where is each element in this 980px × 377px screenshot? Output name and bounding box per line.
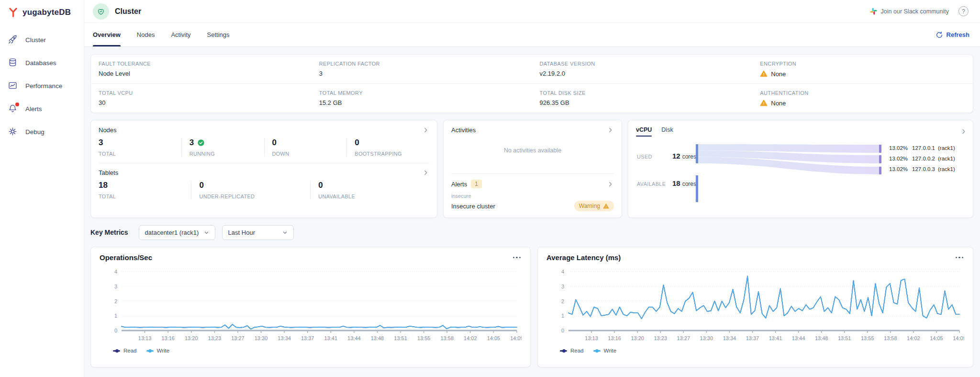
- tab-nodes[interactable]: Nodes: [137, 23, 155, 46]
- svg-text:13:48: 13:48: [371, 335, 384, 341]
- usage-card: vCPU Disk USED12cores AVAILABLE18cores: [628, 120, 973, 218]
- svg-text:13:48: 13:48: [815, 335, 828, 341]
- summary-label: TOTAL VCPU: [99, 90, 304, 96]
- summary-label: TOTAL DISK SIZE: [540, 90, 745, 96]
- sidebar-item-cluster[interactable]: Cluster: [0, 28, 84, 51]
- stat-nodes-running: 3 RUNNING: [181, 138, 264, 157]
- svg-text:14:09: 14:09: [510, 335, 522, 341]
- sidebar-item-label: Cluster: [25, 36, 46, 44]
- app-logo: yugabyteDB: [0, 0, 84, 24]
- chevron-right-icon[interactable]: [422, 169, 429, 176]
- activities-alerts-card: Activities No activities available Alert…: [443, 120, 622, 218]
- vcpu-usage-sankey-chart: [694, 141, 883, 206]
- svg-text:13:34: 13:34: [278, 335, 291, 341]
- time-range-select[interactable]: Last Hour: [222, 225, 294, 240]
- check-circle-icon: [197, 139, 205, 147]
- summary-label: TOTAL MEMORY: [319, 90, 524, 96]
- summary-value: None: [771, 70, 786, 78]
- svg-text:4: 4: [114, 269, 117, 274]
- help-icon[interactable]: ?: [958, 6, 969, 16]
- usage-node-row: 13.02%127.0.0.3(rack1): [889, 166, 955, 172]
- chart-title: Operations/Sec: [100, 253, 152, 262]
- nodes-tablets-card: Nodes 3 TOTAL 3: [90, 120, 437, 218]
- no-activities-message: No activities available: [451, 134, 614, 167]
- chart-title: Average Latency (ms): [546, 253, 621, 262]
- sidebar-item-debug[interactable]: Debug: [0, 120, 84, 143]
- tab-activity[interactable]: Activity: [171, 23, 190, 46]
- performance-icon: [8, 80, 18, 91]
- svg-text:13:41: 13:41: [324, 335, 338, 341]
- alert-row[interactable]: Insecure cluster Warning: [451, 201, 614, 211]
- svg-text:14:05: 14:05: [930, 335, 943, 341]
- svg-text:13:27: 13:27: [231, 335, 245, 341]
- sidebar-item-performance[interactable]: Performance: [0, 74, 84, 97]
- svg-text:14:02: 14:02: [907, 335, 920, 341]
- operations-chart-card: Operations/Sec 1234013:1313:1613:2013:23…: [90, 247, 531, 367]
- svg-text:3: 3: [114, 284, 117, 289]
- read-series-marker: [560, 350, 567, 352]
- summary-value: Node Level: [99, 70, 130, 77]
- sidebar-item-label: Performance: [25, 82, 62, 90]
- stat-nodes-bootstrapping: 0 BOOTSTRAPPING: [346, 138, 429, 157]
- chevron-right-icon[interactable]: [607, 181, 614, 188]
- sidebar-item-label: Alerts: [25, 105, 42, 113]
- chevron-right-icon[interactable]: [607, 126, 614, 134]
- svg-text:14:05: 14:05: [487, 335, 501, 341]
- summary-total-memory: TOTAL MEMORY 15.2 GB: [312, 84, 532, 113]
- svg-text:3: 3: [561, 284, 564, 289]
- sidebar: yugabyteDB Cluster: [0, 0, 84, 377]
- svg-text:13:20: 13:20: [631, 335, 644, 341]
- svg-text:2: 2: [561, 298, 564, 304]
- logo-text: yugabyteDB: [22, 8, 71, 17]
- warning-icon: [603, 203, 609, 209]
- cluster-summary-card: FAULT TOLERANCE Node Level REPLICATION F…: [90, 54, 973, 113]
- time-range-value: Last Hour: [228, 229, 255, 236]
- svg-text:13:23: 13:23: [208, 335, 222, 341]
- caret-down-icon: [203, 229, 210, 236]
- warning-icon: [760, 99, 768, 107]
- notification-dot: [15, 103, 19, 106]
- tab-disk[interactable]: Disk: [661, 126, 673, 137]
- svg-text:13:23: 13:23: [654, 335, 667, 341]
- svg-text:13:51: 13:51: [394, 335, 407, 341]
- chevron-right-icon[interactable]: [960, 128, 967, 135]
- alerts-panel-title: Alerts: [451, 181, 467, 188]
- slack-link-label: Join our Slack community: [881, 8, 949, 15]
- latency-line-chart: 1234013:1313:1613:2013:2313:2713:3013:34…: [546, 263, 964, 346]
- tab-vcpu[interactable]: vCPU: [636, 126, 652, 137]
- summary-value: v2.19.2.0: [540, 70, 566, 77]
- svg-text:13:30: 13:30: [700, 335, 713, 341]
- slack-community-link[interactable]: Join our Slack community: [870, 8, 949, 15]
- summary-value: 15.2 GB: [319, 99, 342, 106]
- alert-name: Insecure cluster: [451, 203, 495, 210]
- page-title: Cluster: [115, 7, 141, 16]
- refresh-label: Refresh: [947, 31, 969, 38]
- more-menu-icon[interactable]: [955, 255, 965, 261]
- svg-text:13:13: 13:13: [138, 335, 152, 341]
- refresh-button[interactable]: Refresh: [935, 31, 969, 39]
- region-filter-select[interactable]: datacenter1 (rack1): [139, 225, 215, 240]
- summary-total-vcpu: TOTAL VCPU 30: [91, 84, 312, 113]
- used-row: USED12cores: [637, 152, 696, 160]
- summary-database-version: DATABASE VERSION v2.19.2.0: [532, 55, 753, 84]
- sidebar-item-databases[interactable]: Databases: [0, 51, 84, 74]
- app-root: yugabyteDB Cluster: [0, 0, 980, 377]
- sidebar-item-alerts[interactable]: Alerts: [0, 97, 84, 120]
- available-row: AVAILABLE18cores: [637, 179, 696, 188]
- tab-overview[interactable]: Overview: [93, 23, 121, 46]
- svg-text:13:16: 13:16: [608, 335, 621, 341]
- stat-tablets-total: 18 TOTAL: [99, 181, 191, 199]
- tab-settings[interactable]: Settings: [207, 23, 230, 46]
- svg-text:13:37: 13:37: [301, 335, 314, 341]
- svg-text:13:27: 13:27: [677, 335, 690, 341]
- summary-replication-factor: REPLICATION FACTOR 3: [312, 55, 532, 84]
- stat-nodes-down: 0 DOWN: [264, 138, 347, 157]
- summary-value: 926.35 GB: [540, 99, 569, 106]
- tablets-panel-title: Tablets: [99, 169, 118, 176]
- more-menu-icon[interactable]: [512, 255, 522, 261]
- svg-text:1: 1: [561, 313, 564, 319]
- chart-legend: Read Write: [100, 348, 522, 354]
- summary-label: REPLICATION FACTOR: [319, 61, 524, 67]
- chevron-right-icon[interactable]: [422, 126, 429, 134]
- svg-text:13:30: 13:30: [255, 335, 268, 341]
